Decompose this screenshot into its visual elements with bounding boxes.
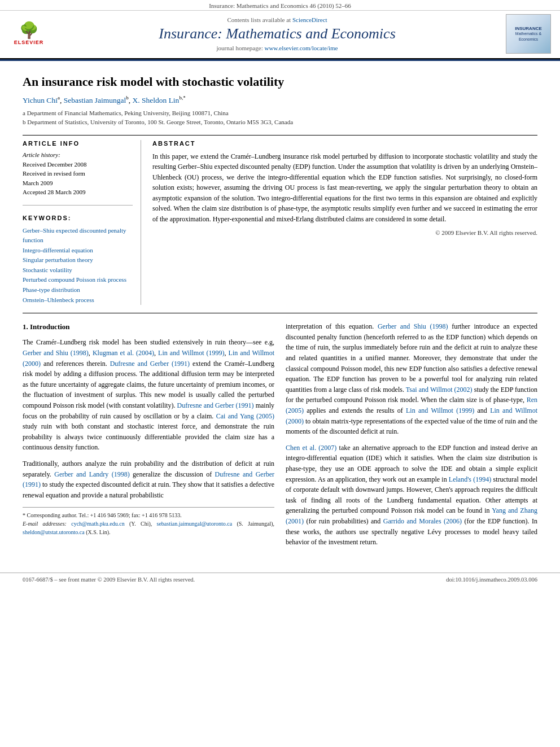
info-section: ARTICLE INFO Article history: Received D… xyxy=(23,135,537,305)
author-sebastian-jaimungal[interactable]: Sebastian Jaimungal xyxy=(64,96,126,104)
journal-title-center: Contents lists available at ScienceDirec… xyxy=(49,16,506,51)
footer-doi: doi:10.1016/j.insmatheco.2009.03.006 xyxy=(446,576,537,583)
abstract-heading: ABSTRACT xyxy=(152,140,537,147)
elsevier-tree-icon: 🌳 xyxy=(19,23,39,38)
keyword-7[interactable]: Ornstein–Uhlenbeck process xyxy=(23,295,133,305)
and-text: and xyxy=(371,517,380,525)
body-columns: 1. Introduction The Cramér–Lundberg risk… xyxy=(23,321,537,553)
revised-date: March 2009 xyxy=(23,178,133,188)
ref-gerber-shiu-1998[interactable]: Gerber and Shiu (1998) xyxy=(23,349,89,357)
keyword-2[interactable]: Integro-differential equation xyxy=(23,246,133,256)
footnote-emails: E-mail addresses: cych@math.pku.edu.cn (… xyxy=(23,519,274,536)
article-title: An insurance risk model with stochastic … xyxy=(23,75,537,89)
homepage-link[interactable]: www.elsevier.com/locate/ime xyxy=(264,45,338,51)
affiliation-a: a Department of Financial Mathematics, P… xyxy=(23,108,537,118)
right-paragraph-1: interpretation of this equation. Gerber … xyxy=(286,321,537,437)
keyword-6[interactable]: Phase-type distribution xyxy=(23,285,133,295)
received-date: Received December 2008 xyxy=(23,160,133,169)
journal-header: Insurance: Mathematics and Economics 46 … xyxy=(0,0,560,59)
intro-section-title: 1. Introduction xyxy=(23,321,274,333)
ref-tsai-willmot[interactable]: Tsai and Willmot (2002) xyxy=(406,386,473,394)
elsevier-logo: 🌳 ELSEVIER xyxy=(9,19,49,50)
intro-paragraph-1: The Cramér–Lundberg risk model has been … xyxy=(23,337,274,453)
email-sheldon[interactable]: sheldon@utstat.utoronto.ca xyxy=(23,529,85,535)
footnote-email-label: E-mail addresses: xyxy=(23,521,67,527)
footnote-area: * Corresponding author. Tel.: +1 416 946… xyxy=(23,507,274,536)
keywords-section: Keywords: Gerber–Shiu expected discounte… xyxy=(23,205,133,305)
journal-top-bar: Insurance: Mathematics and Economics 46 … xyxy=(0,0,560,11)
article-info-heading: ARTICLE INFO xyxy=(23,140,133,147)
footnote-star: * Corresponding author. Tel.: +1 416 946… xyxy=(23,511,274,519)
keywords-heading: Keywords: xyxy=(23,215,133,221)
elsevier-wordmark: ELSEVIER xyxy=(14,40,44,45)
ref-cai-yang[interactable]: Cai and Yang (2005) xyxy=(216,412,274,420)
keyword-4[interactable]: Stochastic volatility xyxy=(23,265,133,276)
journal-banner: 🌳 ELSEVIER Contents lists available at S… xyxy=(0,11,560,56)
homepage-label: journal homepage: xyxy=(217,45,263,51)
ref-gerber-landry[interactable]: Gerber and Landry (1998) xyxy=(54,470,129,478)
ref-leland-1994[interactable]: Leland's (1994) xyxy=(449,475,491,483)
body-divider xyxy=(23,313,537,313)
main-content: An insurance risk model with stochastic … xyxy=(0,61,560,565)
article-info-col: ARTICLE INFO Article history: Received D… xyxy=(23,140,141,305)
authors-line: Yichun Chia, Sebastian Jaimungalb, X. Sh… xyxy=(23,95,537,105)
abstract-col: ABSTRACT In this paper, we extend the Cr… xyxy=(152,140,537,305)
ref-dufresne-gerber-1991a[interactable]: Dufresne and Gerber (1991) xyxy=(110,360,190,368)
journal-logo-image: INSURANCEMathematics &Economics xyxy=(506,14,551,54)
contents-available-line: Contents lists available at ScienceDirec… xyxy=(49,16,506,23)
ref-chen-2007[interactable]: Chen et al. (2007) xyxy=(286,444,336,452)
article-history: Article history: Received December 2008 … xyxy=(23,151,133,197)
logo-text: INSURANCEMathematics &Economics xyxy=(515,26,542,42)
copyright-notice: © 2009 Elsevier B.V. All rights reserved… xyxy=(152,229,537,236)
email-sebastian[interactable]: sebastian.jaimungal@utoronto.ca xyxy=(157,521,233,527)
right-paragraph-2: Chen et al. (2007) take an alternative a… xyxy=(286,443,537,548)
page-footer: 0167-6687/$ – see front matter © 2009 El… xyxy=(0,573,560,583)
elsevier-logo-area: 🌳 ELSEVIER xyxy=(9,19,49,50)
ref-klugman[interactable]: Klugman et al. (2004) xyxy=(93,349,154,357)
footer-issn: 0167-6687/$ – see front matter © 2009 El… xyxy=(23,576,195,583)
sciencedirect-link[interactable]: ScienceDirect xyxy=(292,16,327,23)
body-col-right: interpretation of this equation. Gerber … xyxy=(286,321,537,553)
journal-main-title: Insurance: Mathematics and Economics xyxy=(49,25,506,42)
email-yichun[interactable]: cych@math.pku.edu.cn xyxy=(71,521,124,527)
author-x-sheldon-lin[interactable]: X. Sheldon Lin xyxy=(133,96,180,104)
affiliations: a Department of Financial Mathematics, P… xyxy=(23,108,537,127)
ref-garrido-morales[interactable]: Garrido and Morales (2006) xyxy=(383,517,462,525)
ref-lin-willmot-1999b[interactable]: Lin and Willmot (1999) xyxy=(406,407,474,414)
affiliation-b: b Department of Statistics, University o… xyxy=(23,117,537,127)
history-label: Article history: xyxy=(23,151,133,158)
keyword-5[interactable]: Perturbed compound Poisson risk process xyxy=(23,275,133,285)
revised-label: Received in revised form xyxy=(23,169,133,178)
journal-homepage: journal homepage: www.elsevier.com/locat… xyxy=(49,45,506,51)
author-yichun-chi[interactable]: Yichun Chi xyxy=(23,96,58,104)
intro-paragraph-2: Traditionally, authors analyze the ruin … xyxy=(23,458,274,500)
ref-lin-willmot-1999[interactable]: Lin and Willmot (1999) xyxy=(158,349,224,357)
abstract-text: In this paper, we extend the Cramér–Lund… xyxy=(152,151,537,225)
accepted-date: Accepted 28 March 2009 xyxy=(23,187,133,197)
journal-top-bar-text: Insurance: Mathematics and Economics 46 … xyxy=(209,2,351,9)
ref-gerber-shiu-1998b[interactable]: Gerber and Shiu (1998) xyxy=(378,322,448,330)
ref-dufresne-gerber-1991b[interactable]: Dufresne and Gerber (1991) xyxy=(177,401,254,409)
keyword-1[interactable]: Gerber–Shiu expected discounted penalty … xyxy=(23,226,133,246)
keyword-3[interactable]: Singular perturbation theory xyxy=(23,255,133,265)
contents-label: Contents lists available at xyxy=(227,16,291,23)
body-col-left: 1. Introduction The Cramér–Lundberg risk… xyxy=(23,321,274,553)
